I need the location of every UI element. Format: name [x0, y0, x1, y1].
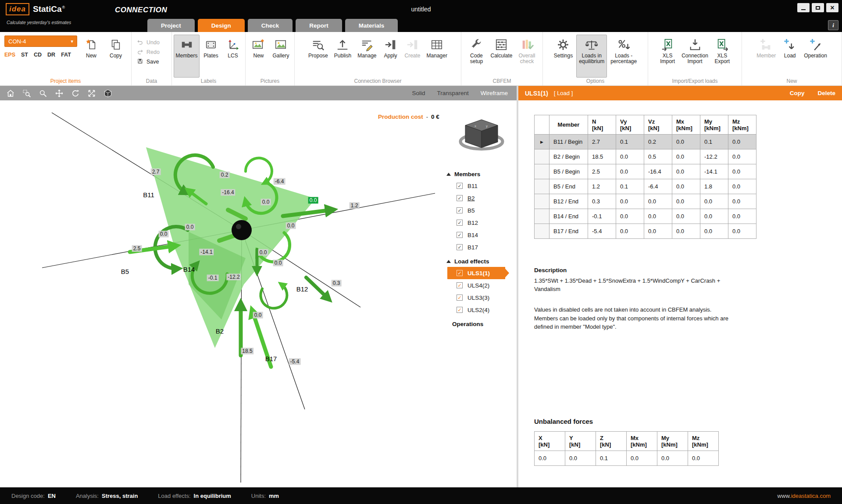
ribbon-button-load[interactable]: Load	[779, 35, 800, 78]
ribbon-button-propose[interactable]: Propose	[306, 35, 331, 78]
force-value-cell[interactable]: 0.0	[700, 224, 728, 239]
force-value-cell[interactable]: -0.1	[588, 209, 616, 224]
force-value-cell[interactable]: 0.0	[672, 179, 700, 194]
box3d-icon[interactable]	[103, 89, 112, 98]
row-selector[interactable]	[535, 164, 549, 179]
force-value-cell[interactable]: 0.0	[644, 224, 672, 239]
fit-icon[interactable]	[87, 89, 96, 98]
force-value-cell[interactable]: 0.0	[672, 149, 700, 164]
ribbon-button-calculate[interactable]: Calculate	[488, 35, 515, 78]
tree-section-operations[interactable]: Operations	[446, 321, 513, 327]
force-value-cell[interactable]: 1.2	[588, 179, 616, 194]
ribbon-button-save[interactable]: Save	[137, 58, 166, 66]
ribbon-button-plates[interactable]: Plates	[200, 35, 221, 78]
tab-project[interactable]: Project	[147, 19, 195, 32]
minimize-button[interactable]	[797, 3, 810, 12]
force-value-cell[interactable]: 0.0	[728, 209, 756, 224]
ribbon-button-xls-import[interactable]: XLS Import	[657, 35, 678, 78]
ribbon-button-manage[interactable]: Manage	[355, 35, 379, 78]
checkbox-b17[interactable]: ✓	[457, 244, 463, 250]
forces-row-b5-end[interactable]: B5 / End1.20.1-6.40.01.80.0	[535, 179, 756, 194]
analysis-type-st[interactable]: ST	[21, 52, 28, 58]
ribbon-button-member[interactable]: Member	[754, 35, 778, 78]
tab-materials[interactable]: Materials	[345, 19, 398, 32]
force-value-cell[interactable]: 0.2	[644, 135, 672, 149]
force-value-cell[interactable]: 0.1	[616, 179, 644, 194]
column-header-my[interactable]: My[kNm]	[700, 115, 728, 135]
column-header-vy[interactable]: Vy[kN]	[616, 115, 644, 135]
checkbox-b5[interactable]: ✓	[457, 207, 463, 213]
home-icon[interactable]	[6, 89, 15, 98]
tree-item-b11[interactable]: ✓B11	[446, 180, 513, 192]
ribbon-button-loads-percentage[interactable]: Loads - percentage	[608, 35, 639, 78]
checkbox-uls2-4[interactable]: ✓	[457, 307, 463, 313]
force-value-cell[interactable]: 0.0	[616, 164, 644, 179]
view-mode-wireframe[interactable]: Wireframe	[481, 90, 508, 96]
ribbon-button-operation[interactable]: Operation	[801, 35, 830, 78]
force-value-cell[interactable]: -16.4	[644, 164, 672, 179]
column-header-mz[interactable]: Mz[kNm]	[728, 115, 756, 135]
force-value-cell[interactable]: 0.0	[616, 149, 644, 164]
force-value-cell[interactable]: 2.7	[588, 135, 616, 149]
force-value-cell[interactable]: 1.8	[700, 179, 728, 194]
tree-item-b5[interactable]: ✓B5	[446, 204, 513, 217]
rotate-icon[interactable]	[71, 89, 80, 98]
force-value-cell[interactable]: 0.3	[588, 194, 616, 209]
forces-row-b17-end[interactable]: B17 / End-5.40.00.00.00.00.0	[535, 224, 756, 239]
viewport-3d[interactable]: 2.70.2-6.4-16.40.00.01.20.00.00.02.5-14.…	[0, 100, 517, 487]
forces-row-b14-end[interactable]: B14 / End-0.10.00.00.00.00.0	[535, 209, 756, 224]
tree-item-uls4-2[interactable]: ✓ULS4(2)	[446, 279, 513, 291]
row-selector[interactable]	[535, 194, 549, 209]
force-value-cell[interactable]: -5.4	[588, 224, 616, 239]
force-value-cell[interactable]: 0.0	[728, 224, 756, 239]
force-value-cell[interactable]: 0.1	[700, 135, 728, 149]
ribbon-button-create[interactable]: Create	[402, 35, 423, 78]
ribbon-button-undo[interactable]: Undo	[137, 39, 166, 46]
tab-report[interactable]: Report	[296, 19, 342, 32]
force-value-cell[interactable]: 0.0	[728, 149, 756, 164]
zoom-window-icon[interactable]	[22, 89, 31, 98]
force-value-cell[interactable]: 0.0	[616, 224, 644, 239]
forces-row-b5-begin[interactable]: B5 / Begin2.50.0-16.40.0-14.10.0	[535, 164, 756, 179]
view-mode-transparent[interactable]: Transparent	[437, 90, 468, 96]
tree-item-uls2-4[interactable]: ✓ULS2(4)	[446, 304, 513, 316]
info-button[interactable]: i	[828, 20, 838, 30]
force-value-cell[interactable]: 2.5	[588, 164, 616, 179]
tree-item-b12[interactable]: ✓B12	[446, 217, 513, 229]
forces-row-b12-end[interactable]: B12 / End0.30.00.00.00.00.0	[535, 194, 756, 209]
forces-row-b11-begin[interactable]: ▶B11 / Begin2.70.10.20.00.10.0	[535, 135, 756, 149]
analysis-type-eps[interactable]: EPS	[4, 52, 15, 58]
analysis-type-cd[interactable]: CD	[34, 52, 42, 58]
checkbox-uls1-1[interactable]: ✓	[457, 270, 463, 276]
force-value-cell[interactable]: 0.0	[700, 194, 728, 209]
force-value-cell[interactable]: 0.0	[672, 209, 700, 224]
row-selector[interactable]	[535, 224, 549, 239]
ribbon-button-new[interactable]: New	[81, 35, 102, 60]
force-value-cell[interactable]: 0.0	[728, 194, 756, 209]
force-value-cell[interactable]: 0.5	[644, 149, 672, 164]
analysis-type-dr[interactable]: DR	[47, 52, 55, 58]
checkbox-uls3-3[interactable]: ✓	[457, 295, 463, 301]
force-value-cell[interactable]: 0.0	[700, 209, 728, 224]
close-button[interactable]: ×	[826, 3, 838, 12]
ribbon-button-copy[interactable]: Copy	[105, 35, 126, 60]
force-value-cell[interactable]: 0.0	[644, 209, 672, 224]
ribbon-button-code-setup[interactable]: Code setup	[466, 35, 487, 78]
force-value-cell[interactable]: 0.0	[672, 164, 700, 179]
force-value-cell[interactable]: 0.0	[672, 224, 700, 239]
delete-load-button[interactable]: Delete	[817, 90, 835, 96]
checkbox-b12[interactable]: ✓	[457, 220, 463, 226]
ribbon-button-members[interactable]: Members	[174, 35, 200, 78]
ribbon-button-new[interactable]: New	[248, 35, 269, 78]
analysis-type-fat[interactable]: FAT	[61, 52, 71, 58]
maximize-button[interactable]	[812, 3, 824, 12]
ribbon-button-overall-check[interactable]: Overall check	[516, 35, 538, 78]
column-header-mx[interactable]: Mx[kNm]	[672, 115, 700, 135]
force-value-cell[interactable]: 0.0	[728, 164, 756, 179]
tree-section-members[interactable]: Members	[446, 171, 513, 177]
tab-check[interactable]: Check	[248, 19, 293, 32]
force-value-cell[interactable]: 0.0	[616, 209, 644, 224]
force-value-cell[interactable]: 18.5	[588, 149, 616, 164]
ribbon-button-loads-in-equilibrium[interactable]: Loads in equilibrium	[576, 35, 607, 78]
tree-item-b2[interactable]: ✓B2	[446, 192, 513, 204]
